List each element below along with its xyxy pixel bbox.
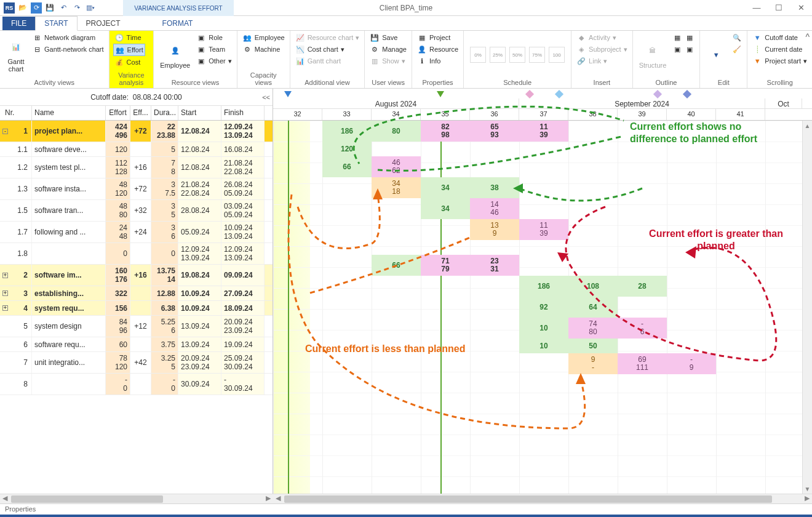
save-button[interactable]: 💾Save — [368, 32, 408, 43]
gantt-network-button[interactable]: ⊟Gantt-network chart — [31, 44, 105, 55]
gantt-cell: 10 — [519, 318, 568, 339]
cost-button[interactable]: 💰Cost — [113, 57, 145, 68]
team-button[interactable]: ▣Team — [195, 44, 233, 55]
info-button[interactable]: ℹInfo — [416, 55, 460, 66]
header-finish[interactable]: Finish — [221, 106, 265, 120]
schedule-0-icon[interactable]: 0% — [470, 47, 486, 63]
edit-btn2[interactable]: 🧹 — [731, 44, 743, 55]
table-row[interactable]: 1.1software deve...120512.08.2416.08.24 — [0, 142, 273, 157]
ribbon-collapse-icon[interactable]: ^ — [805, 32, 810, 42]
machine-button[interactable]: ⚙Machine — [241, 44, 286, 55]
gantt-chart2-button[interactable]: 📊Gantt chart — [294, 55, 361, 66]
undo-icon[interactable]: ↶ — [58, 2, 69, 14]
employee2-button[interactable]: 👥Employee — [241, 32, 286, 43]
right-hscroll[interactable]: ◀ ▶ — [273, 494, 812, 503]
group-resource-views: 👤 Employee ▣Role ▣Team ▣Other ▾ Resource… — [154, 31, 237, 88]
gantt-chart-button[interactable]: 📊 Gantt chart — [4, 32, 28, 78]
outline-btn1[interactable]: ▦▦ — [671, 32, 696, 43]
schedule-75-icon[interactable]: 75% — [529, 47, 545, 63]
activity-button[interactable]: ◆Activity ▾ — [575, 32, 629, 43]
table-body[interactable]: -1project plan...424496+722223.8812.08.2… — [0, 121, 273, 494]
gantt-cell: -9 — [667, 353, 716, 374]
filter-button[interactable]: ▼ — [704, 32, 728, 78]
table-row[interactable]: 1.3software insta...48120+7237.521.08.24… — [0, 178, 273, 200]
table-row[interactable]: +4system requ...1566.3810.09.2418.09.24 — [0, 301, 273, 316]
header-effort[interactable]: Effort — [106, 106, 130, 120]
table-row[interactable]: 8-0-030.09.24-30.09.24 — [0, 374, 273, 395]
effort-button[interactable]: 👥Effort — [113, 44, 145, 56]
file-tab[interactable]: FILE — [2, 17, 35, 30]
cutoff-date-button[interactable]: ▼Cutoff date — [751, 32, 808, 43]
header-nr[interactable]: Nr. — [0, 106, 32, 120]
refresh-icon[interactable]: ⟳ — [31, 2, 42, 14]
resource-icon: 👤 — [417, 44, 427, 54]
table-row[interactable]: 7unit integratio...78120+423.25520.09.24… — [0, 352, 273, 374]
minimize-button[interactable]: — — [746, 0, 768, 16]
table-row[interactable]: 1.2system test pl...112128+167812.08.242… — [0, 157, 273, 178]
table-row[interactable]: 5system design8496+125.25613.09.2420.09.… — [0, 316, 273, 337]
other-icon: ▣ — [196, 56, 206, 66]
group-additional-view: 📈Resource chart ▾ 📉Cost chart ▾ 📊Gantt c… — [290, 31, 365, 88]
header-name[interactable]: Name — [32, 106, 106, 120]
resource-button[interactable]: 👤Resource — [416, 44, 460, 55]
table-row[interactable]: 1.7following and ...2448+243605.09.2410.… — [0, 222, 273, 243]
schedule-100-icon[interactable]: 100 — [549, 47, 565, 63]
start-tab[interactable]: START — [35, 16, 77, 31]
subproject-button[interactable]: ◈Subproject ▾ — [575, 44, 629, 55]
table-icon[interactable]: ▥▾ — [85, 2, 96, 14]
vertical-scrollbar[interactable]: ▲ ▼ — [802, 121, 812, 494]
table-row[interactable]: -1project plan...424496+722223.8812.08.2… — [0, 121, 273, 142]
header-dur[interactable]: Dura... — [151, 106, 178, 120]
gantt-row: 9264 — [273, 297, 812, 318]
table-row[interactable]: 1.80012.09.2413.09.2412.09.2413.09.24 — [0, 243, 273, 265]
open-icon[interactable]: 📂 — [17, 2, 28, 14]
gantt-network-icon: ⊟ — [32, 44, 42, 54]
left-hscroll[interactable]: ◀ ▶ — [0, 494, 273, 503]
header-start[interactable]: Start — [178, 106, 221, 120]
expand-button[interactable]: - — [2, 129, 8, 134]
save-icon[interactable]: 💾 — [44, 2, 55, 14]
time-button[interactable]: 🕒Time — [113, 32, 145, 43]
gantt-row — [273, 240, 812, 255]
format-tab[interactable]: FORMAT — [154, 17, 202, 30]
group-outline: 🏛 Structure ▦▦ ▣▣ Outline — [633, 31, 701, 88]
role-button[interactable]: ▣Role — [195, 32, 233, 43]
maximize-button[interactable]: ☐ — [768, 0, 790, 16]
resource-chart-button[interactable]: 📈Resource chart ▾ — [294, 32, 361, 43]
expand-button[interactable]: + — [2, 291, 8, 296]
table-row[interactable]: 6software requ...603.7513.09.2419.09.24 — [0, 337, 273, 352]
schedule-50-icon[interactable]: 50% — [509, 47, 525, 63]
schedule-25-icon[interactable]: 25% — [490, 47, 506, 63]
gantt-cell: 7480 — [568, 318, 618, 339]
outline-btn2[interactable]: ▣▣ — [671, 44, 696, 55]
table-row[interactable]: 1.5software tran...4880+323528.08.2403.0… — [0, 200, 273, 222]
network-diagram-button[interactable]: ⊞Network diagram — [31, 32, 105, 43]
group-properties: ▦Project 👤Resource ℹInfo Properties — [412, 31, 464, 88]
team-icon: ▣ — [196, 44, 206, 54]
close-button[interactable]: ✕ — [790, 0, 812, 16]
cost-chart-button[interactable]: 📉Cost chart ▾ — [294, 44, 361, 55]
gantt-pane[interactable]: August 2024 September 2024 Oct 323334353… — [273, 89, 812, 494]
current-date-button[interactable]: ┊Current date — [751, 44, 808, 55]
header-effdelta[interactable]: Eff... — [130, 106, 151, 120]
manage-button[interactable]: ⚙Manage — [368, 44, 408, 55]
expand-button[interactable]: + — [2, 305, 8, 311]
expand-button[interactable]: + — [2, 273, 8, 278]
link-button[interactable]: 🔗Link ▾ — [575, 55, 629, 66]
collapse-button[interactable]: << — [262, 94, 270, 101]
table-row[interactable]: +3establishing...32212.8810.09.2427.09.2… — [0, 286, 273, 301]
redo-icon[interactable]: ↷ — [71, 2, 82, 14]
gantt-header: August 2024 September 2024 Oct 323334353… — [273, 89, 812, 121]
other-button[interactable]: ▣Other ▾ — [195, 55, 233, 66]
project-button[interactable]: ▦Project — [416, 32, 460, 43]
project-start-button[interactable]: ▼Project start ▾ — [751, 55, 808, 66]
project-start-icon: ▼ — [752, 56, 762, 66]
employee-button[interactable]: 👤 Employee — [157, 32, 193, 78]
project-tab[interactable]: PROJECT — [78, 17, 129, 30]
properties-bar[interactable]: Properties — [0, 503, 812, 515]
structure-button[interactable]: 🏛 Structure — [637, 32, 669, 78]
table-row[interactable]: +2software im...160176+1613.751419.08.24… — [0, 265, 273, 286]
edit-btn1[interactable]: 🔍 — [731, 32, 743, 43]
show-button[interactable]: ▥Show ▾ — [368, 55, 408, 66]
gantt-body[interactable]: 1868082986593113912066466234183438341446… — [273, 121, 812, 494]
